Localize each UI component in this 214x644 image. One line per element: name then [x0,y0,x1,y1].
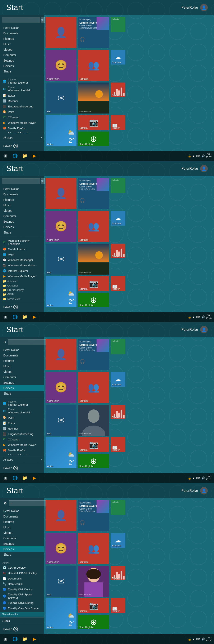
nav-pictures-1[interactable]: Pictures [0,36,44,42]
app-ccleaner-1[interactable]: 🛡 CCleaner [0,114,44,120]
nav-pictures-4[interactable]: Pictures [0,519,44,524]
app-rechner-1[interactable]: 🔢 Rechner [0,98,44,104]
taskbar-win-btn-4[interactable]: ⊞ [1,634,10,644]
search-input-1[interactable] [2,17,40,23]
tile-now-playing-3[interactable]: Now Playing Letters Never Sent Carly Sim… [78,339,109,370]
taskbar-wmp-btn-4[interactable]: ▶ [30,634,39,644]
tile-message-4[interactable]: 😊 Nachrichten [46,533,77,564]
app-cdartdisplay-4[interactable]: 💿 CD Art Display [0,565,44,570]
nav-pictures-2[interactable]: Pictures [0,197,44,202]
nav-settings-2[interactable]: Settings [0,219,44,224]
user-area-1[interactable]: PeterRollar 👤 [181,4,208,11]
nav-music-4[interactable]: Music [0,524,44,530]
taskbar-folder-btn-3[interactable]: 📁 [20,473,29,482]
gear-icon-4[interactable]: ⚙ [2,500,8,506]
tile-skydrive-1[interactable]: ☁ SkyDrive [111,50,125,64]
app-drivedefrag-4[interactable]: 🔵 TuneUp Drive Defrag [0,600,44,606]
taskbar-folder-btn-4[interactable]: 📁 [20,634,29,644]
app-rechner-3[interactable]: 🔢 Rechner [0,426,44,431]
app-wmp-1[interactable]: ▶ Windows Media Player [0,120,44,126]
tile-xbox-4[interactable]: ⊕ Xbox Begleiter [78,615,109,629]
user-area-2[interactable]: PeterRollar 👤 [181,165,208,172]
app-ie-1[interactable]: 🌐 Internet Internet Explorer [0,77,44,85]
nav-settings-4[interactable]: Settings [0,541,44,546]
tile-kalender-1[interactable]: Kalender [111,17,125,32]
app-gaindisk-4[interactable]: 🔵 TuneUp Gain Disk Space [0,606,44,611]
tile-photo-3[interactable]: By Windows8 [78,404,109,436]
power-btn-4[interactable]: Power ⏻ [0,625,44,633]
tile-xbox-3[interactable]: ⊕ Xbox Begleiter [78,454,109,468]
nav-music-3[interactable]: Music [0,364,44,369]
tile-message-1[interactable]: 😊 Nachrichten [46,50,77,81]
all-apps-btn-3[interactable]: All apps › [0,457,44,462]
tile-camera-3[interactable]: 📷 Kamera [78,437,109,452]
app-cmd-1[interactable]: ⬛ Eingabeaufforderung [0,104,44,109]
nav-computer-2[interactable]: Computer [0,214,44,219]
nav-videos-2[interactable]: Videos [0,208,44,214]
tile-kalender-4[interactable]: Kalender [111,500,125,515]
app-firefox-3[interactable]: 🦊 Mozilla Firefox [0,448,44,453]
nav-devices-4[interactable]: Devices [0,546,44,552]
nav-peter-rollar-4[interactable]: Peter Rollar [0,508,44,514]
tile-person-1[interactable]: 👤 [46,17,77,48]
power-btn-3[interactable]: Power ⏻ [0,464,44,472]
app-ie2-2[interactable]: 🌐 Internet Explorer [0,268,44,274]
taskbar-wmp-btn-2[interactable]: ▶ [30,312,39,322]
nav-videos-3[interactable]: Videos [0,369,44,374]
taskbar-ie-btn-2[interactable]: 🌐 [10,312,20,322]
tile-weather-1[interactable]: ⛅ 2° Wetter [46,115,77,146]
nav-computer-3[interactable]: Computer [0,374,44,380]
nav-music-1[interactable]: Music [0,42,44,47]
nav-peter-rollar-3[interactable]: Peter Rollar [0,347,44,353]
nav-share-1[interactable]: Share [0,69,44,74]
taskbar-ie-btn-4[interactable]: 🌐 [10,634,20,644]
app-mgn-2[interactable]: 🌐 MGN [0,252,44,257]
tile-now-playing-2[interactable]: Now Playing Letters Never Sent Carly Sim… [78,178,109,209]
app-diskspace-4[interactable]: 🔵 TuneUp Disk Space Explorer [0,592,44,600]
app-diskdoctor-4[interactable]: 🔵 TuneUp Disk Doctor [0,586,44,592]
tile-photo-4[interactable]: By Windows8 [78,566,109,597]
nav-videos-4[interactable]: Videos [0,530,44,536]
taskbar-folder-btn-2[interactable]: 📁 [20,312,29,322]
app-mail-3[interactable]: ✉ E-mail Windows Live Mail [0,407,44,415]
nav-peter-rollar-2[interactable]: Peter Rollar [0,186,44,192]
nav-peter-rollar-1[interactable]: Peter Rollar [0,25,44,30]
app-paint-3[interactable]: 🎨 Paint [0,415,44,420]
nav-share-3[interactable]: Share [0,391,44,396]
tile-skydrive-2[interactable]: ☁ SkyDrive [111,211,125,226]
power-btn-2[interactable]: Power ⏻ [0,303,44,311]
search-input-3[interactable] [8,339,46,345]
tile-kontakte-3[interactable]: 👥 Kontakte [78,372,109,403]
nav-share-4[interactable]: Share [0,552,44,557]
app-uninstall-4[interactable]: 🗑 Uninstall CD Art Display [0,570,44,576]
tile-kalender-3[interactable]: Kalender [111,339,125,354]
tile-mail-3[interactable]: ✉ Mail [46,404,77,436]
tile-camera-4[interactable]: 📷 Kamera [78,598,109,613]
tile-mail-4[interactable]: ✉ Mail [46,566,77,597]
tile-mail-2[interactable]: ✉ Mail [46,244,77,274]
tile-kontakte-2[interactable]: 👥 Kontakte [78,211,109,242]
tile-skydrive-4[interactable]: ☁ SkyDrive [111,533,125,548]
tile-reader-4[interactable]: 📖 Reader [111,598,125,613]
app-paint-1[interactable]: 🎨 Paint [0,109,44,114]
tile-kalender-2[interactable]: Kalender [111,178,125,193]
taskbar-wmp-btn-1[interactable]: ▶ [30,151,39,160]
tile-xbox-1[interactable]: ⊕ Xbox Begleiter [78,132,109,146]
tile-photo-1[interactable]: By Windows8 [78,82,109,114]
app-cmd-3[interactable]: ⬛ Eingabeaufforderung [0,431,44,437]
app-ccleaner-3[interactable]: 🛡 CCleaner [0,437,44,442]
tile-camera-2[interactable]: 📷 Kamera [78,276,109,291]
user-area-3[interactable]: PeterRollar 👤 [181,326,208,334]
nav-documents-4[interactable]: Documents [0,514,44,519]
tile-message-3[interactable]: 😊 Nachrichten [46,372,77,403]
app-documents-4[interactable]: 📄 Documents [0,576,44,581]
tile-skydrive-3[interactable]: ☁ SkyDrive [111,372,125,386]
taskbar-folder-btn-1[interactable]: 📁 [20,151,29,160]
nav-computer-1[interactable]: Computer [0,52,44,58]
all-apps-btn-1[interactable]: All apps › [0,135,44,140]
tile-finance-2[interactable]: Finance [111,244,125,258]
tile-finance-1[interactable]: Finance [111,82,125,97]
tile-person-3[interactable]: 👤 [46,339,77,370]
taskbar-wmp-btn-3[interactable]: ▶ [30,473,39,482]
app-mse-2[interactable]: 🛡 Microsoft Security Essentials [0,238,44,246]
